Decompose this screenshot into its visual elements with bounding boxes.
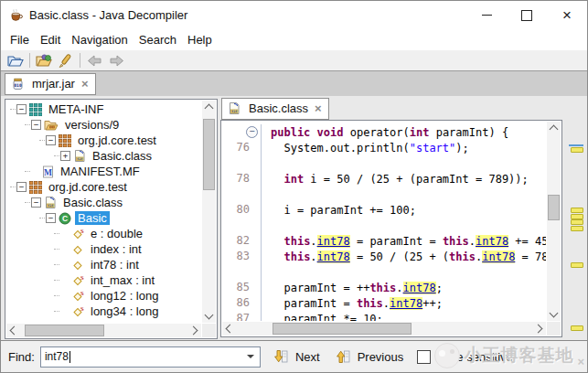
tree-item[interactable]: Sint_max : int	[6, 272, 201, 288]
field-link-highlighted[interactable]: int78	[482, 250, 515, 263]
tree-vscroll-thumb[interactable]	[203, 119, 215, 190]
search-result-marker[interactable]	[571, 147, 583, 153]
code-vscroll-thumb[interactable]	[548, 195, 560, 220]
code-line[interactable]: 87 paramInt *= 10;	[222, 311, 546, 321]
tree-minus-expander-icon[interactable]: −	[46, 213, 56, 223]
menu-navigation[interactable]: Navigation	[66, 31, 133, 48]
scroll-up-icon[interactable]	[547, 122, 561, 134]
field-link-highlighted[interactable]: int78	[317, 250, 350, 263]
menu-help[interactable]: Help	[182, 31, 218, 48]
tree-item[interactable]: Slong_min : long	[6, 319, 201, 323]
code-line[interactable]: −public void operator(int paramInt) {	[222, 124, 546, 140]
code-line[interactable]: 86 paramInt = this.int78++;	[222, 295, 546, 311]
menu-edit[interactable]: Edit	[35, 31, 66, 48]
fold-collapse-icon[interactable]: −	[246, 126, 258, 138]
search-button[interactable]	[55, 51, 77, 69]
code-line[interactable]: 78 int i = 50 / (25 + (paramInt = 789));	[222, 171, 546, 186]
jar-tab-close-icon[interactable]: ×	[81, 80, 89, 89]
tree-plus-expander-icon[interactable]: +	[60, 151, 70, 161]
scroll-right-icon[interactable]	[188, 324, 201, 337]
jar-tab-label: mrjar.jar	[32, 77, 75, 91]
code-line[interactable]: 80 i = paramInt += 100;	[222, 202, 546, 218]
scroll-down-icon[interactable]	[202, 310, 216, 323]
maximize-button[interactable]	[507, 1, 547, 29]
tab-mrjar-jar[interactable]: 010 mrjar.jar ×	[5, 73, 96, 95]
code-line[interactable]: 83 this.int78 = 50 / (25 + (this.int78 =…	[222, 249, 546, 264]
search-result-marker[interactable]	[571, 208, 583, 213]
tree-item[interactable]: int78 : int	[6, 257, 201, 272]
field-link-highlighted[interactable]: int78	[403, 282, 436, 294]
forward-button[interactable]	[105, 51, 127, 69]
search-result-marker[interactable]	[571, 262, 583, 268]
title-bar: Basic.class - Java Decompiler ×	[1, 1, 587, 29]
tree-item[interactable]: −META-INF	[6, 101, 201, 117]
code-gutter: −	[222, 124, 262, 140]
tree-minus-expander-icon[interactable]: −	[31, 120, 41, 130]
back-button[interactable]	[83, 51, 105, 69]
code-hscroll-thumb[interactable]	[273, 323, 412, 335]
find-input-value: int78	[45, 350, 69, 363]
tree-item[interactable]: MMANIFEST.MF	[6, 164, 201, 179]
scroll-up-icon[interactable]	[202, 101, 216, 113]
scroll-left-icon[interactable]	[222, 322, 235, 336]
minimize-button[interactable]	[466, 1, 507, 29]
code-line[interactable]	[222, 264, 546, 280]
tree-item[interactable]: index : int	[6, 241, 201, 257]
tree-minus-expander-icon[interactable]: −	[16, 104, 27, 114]
tree-item[interactable]: −org.jd.core.test	[6, 179, 201, 195]
code-line[interactable]	[222, 186, 546, 202]
find-previous-button[interactable]: Previous	[334, 347, 407, 366]
tree-item[interactable]: +010Basic.class	[6, 148, 201, 164]
tree-minus-expander-icon[interactable]: −	[31, 197, 41, 208]
tree-item[interactable]: Slong12 : long	[6, 288, 201, 304]
search-result-marker[interactable]	[571, 214, 583, 219]
tree-minus-expander-icon[interactable]: −	[46, 135, 56, 145]
open-file-button[interactable]	[5, 51, 27, 69]
tree-minus-expander-icon[interactable]: −	[16, 182, 27, 192]
code-line[interactable]: 85 paramInt = ++this.int78;	[222, 280, 546, 295]
svg-text:S: S	[80, 228, 84, 234]
find-bar: Find: int78 Next	[1, 340, 587, 372]
tree-item[interactable]: −org.jd.core.test	[6, 133, 201, 148]
tree-item-label: Basic	[75, 211, 110, 225]
tab-basic-class[interactable]: 010 Basic.class ×	[221, 98, 329, 120]
case-sensitive-checkbox[interactable]	[417, 350, 431, 364]
tree-connector	[25, 124, 30, 125]
tree-item[interactable]: −versions/9	[6, 117, 201, 133]
close-button[interactable]: ×	[547, 1, 587, 29]
jar-tab-bar: 010 mrjar.jar ×	[1, 71, 587, 96]
search-result-marker[interactable]	[571, 226, 583, 231]
tree-vertical-scrollbar[interactable]	[202, 101, 216, 323]
tree-item[interactable]: Se : double	[6, 226, 201, 241]
code-vertical-scrollbar[interactable]	[547, 122, 561, 321]
field-link-highlighted[interactable]: int78	[317, 235, 350, 248]
tree-item[interactable]: Slong34 : long	[6, 304, 201, 319]
menu-search[interactable]: Search	[134, 31, 182, 48]
tree-item[interactable]: −CBasic	[6, 210, 201, 226]
text-caret	[69, 351, 70, 363]
code-line[interactable]	[222, 155, 546, 171]
scroll-down-icon[interactable]	[547, 308, 561, 321]
field-link-highlighted[interactable]: int78	[476, 235, 508, 248]
search-result-marker[interactable]	[571, 325, 583, 331]
field-link-highlighted[interactable]: int78	[390, 297, 422, 310]
tree-hscroll-thumb[interactable]	[25, 325, 104, 336]
code-line[interactable]	[222, 218, 546, 233]
scroll-left-icon[interactable]	[6, 324, 19, 337]
find-dropdown-arrow-icon[interactable]	[247, 355, 254, 358]
find-input[interactable]: int78	[40, 346, 261, 368]
code-horizontal-scrollbar[interactable]	[222, 322, 546, 336]
scroll-right-icon[interactable]	[533, 322, 546, 336]
code-line[interactable]: 76 System.out.println("start");	[222, 140, 546, 155]
code-tab-close-icon[interactable]: ×	[315, 104, 322, 113]
field-static-icon: S	[71, 228, 84, 240]
code-line[interactable]: 82 this.int78 = paramInt = this.int78 +=…	[222, 233, 546, 249]
tree-item[interactable]: −010Basic.class	[6, 195, 201, 210]
find-label: Find:	[8, 350, 35, 364]
tree-horizontal-scrollbar[interactable]	[6, 324, 201, 337]
open-type-button[interactable]	[33, 51, 55, 69]
code-gutter: 87	[222, 311, 262, 321]
search-result-marker[interactable]	[571, 219, 583, 225]
menu-file[interactable]: File	[5, 31, 35, 48]
find-next-button[interactable]: Next	[272, 347, 323, 366]
